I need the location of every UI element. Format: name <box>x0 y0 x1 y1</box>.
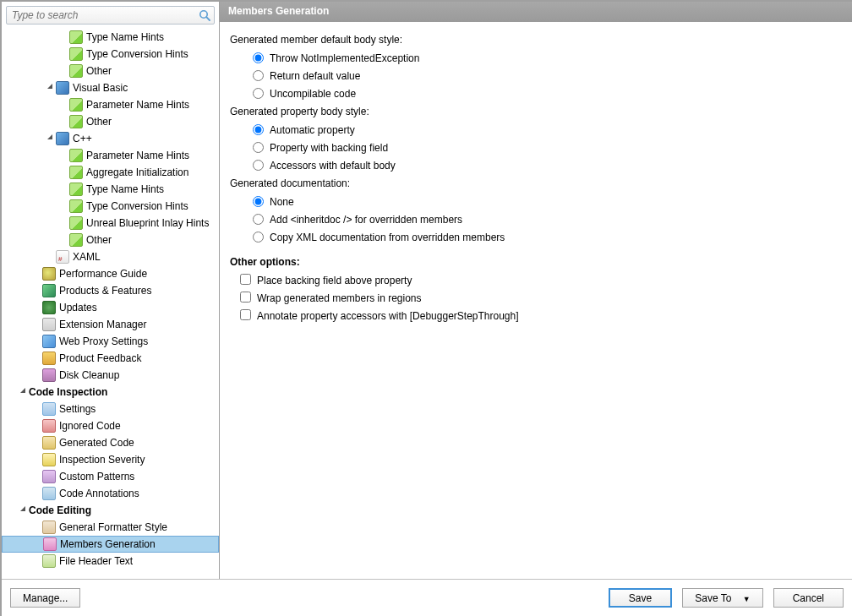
tree-item[interactable]: Unreal Blueprint Inlay Hints <box>2 215 219 232</box>
checkbox-input[interactable] <box>240 292 251 303</box>
tree-item[interactable]: Generated Code <box>2 434 219 451</box>
tree-item[interactable]: Other <box>2 113 219 130</box>
radio-input[interactable] <box>253 160 264 171</box>
radio-input[interactable] <box>253 70 264 81</box>
tree-item[interactable]: Inspection Severity <box>2 451 219 468</box>
tree-item-label: Custom Patterns <box>59 468 134 485</box>
tree-item[interactable]: Products & Features <box>2 282 219 299</box>
radio-option[interactable]: Property with backing field <box>248 139 842 156</box>
disk-icon <box>42 368 56 382</box>
radio-input[interactable] <box>253 214 264 225</box>
tree-item[interactable]: Other <box>2 63 219 79</box>
save-button[interactable]: Save <box>609 588 672 608</box>
radio-input[interactable] <box>253 142 264 153</box>
tree-item-label: Updates <box>59 299 97 316</box>
tree-item[interactable]: File Header Text <box>2 553 219 570</box>
tree-item[interactable]: Aggregate Initialization <box>2 164 219 181</box>
tree-item-label: Code Annotations <box>59 485 139 502</box>
tree-item[interactable]: Visual Basic <box>2 79 219 96</box>
group-label: Generated member default body style: <box>230 34 842 46</box>
search-input[interactable] <box>6 6 215 25</box>
tree-item[interactable]: Other <box>2 232 219 248</box>
tree-item-label: Visual Basic <box>73 79 128 96</box>
cancel-button[interactable]: Cancel <box>773 588 844 608</box>
tree-item[interactable]: Web Proxy Settings <box>2 333 219 350</box>
hint-icon <box>69 149 83 162</box>
svg-line-1 <box>206 17 210 20</box>
tree-item-label: Product Feedback <box>59 350 141 367</box>
xaml-icon <box>56 250 69 264</box>
tree-item[interactable]: Extension Manager <box>2 316 219 333</box>
tree-item[interactable]: Disk Cleanup <box>2 367 219 384</box>
tree-item-label: Type Conversion Hints <box>86 198 188 215</box>
checkbox-label: Place backing field above property <box>257 275 412 286</box>
tree-item-label: File Header Text <box>59 553 133 570</box>
hint-icon <box>69 199 83 213</box>
expander-icon[interactable] <box>46 79 54 96</box>
tree-item[interactable]: Custom Patterns <box>2 468 219 485</box>
expander-icon[interactable] <box>46 130 54 147</box>
tree-item[interactable]: Type Conversion Hints <box>2 198 219 215</box>
manage-button[interactable]: Manage... <box>10 588 80 608</box>
tree-item[interactable]: Parameter Name Hints <box>2 147 219 164</box>
tree[interactable]: Type Name HintsType Conversion HintsOthe… <box>2 29 219 579</box>
ign-icon <box>42 419 56 433</box>
tree-item[interactable]: General Formatter Style <box>2 519 219 536</box>
ext-icon <box>42 318 56 331</box>
hint-icon <box>69 166 83 179</box>
save-to-label: Save To <box>695 592 731 604</box>
expander-icon[interactable] <box>19 384 27 401</box>
radio-option[interactable]: Automatic property <box>248 121 842 139</box>
perf-icon <box>42 267 56 281</box>
radio-input[interactable] <box>253 232 264 243</box>
chevron-down-icon: ▼ <box>743 595 751 603</box>
radio-option[interactable]: Return default value <box>248 67 842 84</box>
tree-item[interactable]: Code Editing <box>2 502 219 519</box>
tree-item-label: Performance Guide <box>59 265 147 282</box>
ann-icon <box>42 487 56 500</box>
tree-item[interactable]: Parameter Name Hints <box>2 96 219 113</box>
save-to-button[interactable]: Save To ▼ <box>682 588 762 608</box>
hint-icon <box>69 30 83 44</box>
tree-item-label: XAML <box>73 248 101 265</box>
radio-input[interactable] <box>253 196 264 207</box>
mem-icon <box>43 537 57 551</box>
tree-item[interactable]: Performance Guide <box>2 265 219 282</box>
tree-item[interactable]: Updates <box>2 299 219 316</box>
checkbox-option[interactable]: Place backing field above property <box>237 271 842 289</box>
tree-item[interactable]: Settings <box>2 401 219 417</box>
radio-input[interactable] <box>253 88 264 99</box>
radio-option[interactable]: Add <inheritdoc /> for overridden member… <box>248 210 842 228</box>
prod-icon <box>42 284 56 297</box>
tree-item-label: Aggregate Initialization <box>86 164 188 181</box>
radio-option[interactable]: Uncompilable code <box>248 84 842 102</box>
checkbox-input[interactable] <box>240 274 251 285</box>
tree-item[interactable]: Product Feedback <box>2 350 219 367</box>
tree-item[interactable]: Type Conversion Hints <box>2 46 219 63</box>
tree-item[interactable]: C++ <box>2 130 219 147</box>
hint-icon <box>69 98 83 112</box>
set-icon <box>42 402 56 416</box>
tree-item-label: Products & Features <box>59 282 151 299</box>
radio-option[interactable]: Copy XML documentation from overridden m… <box>248 228 842 246</box>
tree-item[interactable]: Type Name Hints <box>2 29 219 46</box>
radio-option[interactable]: Accessors with default body <box>248 156 842 174</box>
radio-option[interactable]: Throw NotImplementedException <box>248 49 842 67</box>
checkbox-option[interactable]: Wrap generated members in regions <box>237 289 842 307</box>
radio-option[interactable]: None <box>248 193 842 210</box>
tree-item[interactable]: Type Name Hints <box>2 181 219 198</box>
expander-icon[interactable] <box>19 502 27 519</box>
radio-label: Accessors with default body <box>270 160 396 172</box>
hint-icon <box>69 115 83 128</box>
tree-item[interactable]: Ignored Code <box>2 417 219 434</box>
checkbox-option[interactable]: Annotate property accessors with [Debugg… <box>237 307 842 324</box>
folder-icon <box>56 132 69 145</box>
checkbox-input[interactable] <box>240 309 251 320</box>
group-label: Generated property body style: <box>230 106 842 117</box>
radio-input[interactable] <box>253 124 264 135</box>
tree-item[interactable]: XAML <box>2 248 219 265</box>
tree-item[interactable]: Members Generation <box>2 536 219 553</box>
tree-item[interactable]: Code Inspection <box>2 384 219 401</box>
tree-item[interactable]: Code Annotations <box>2 485 219 502</box>
radio-input[interactable] <box>253 52 264 63</box>
